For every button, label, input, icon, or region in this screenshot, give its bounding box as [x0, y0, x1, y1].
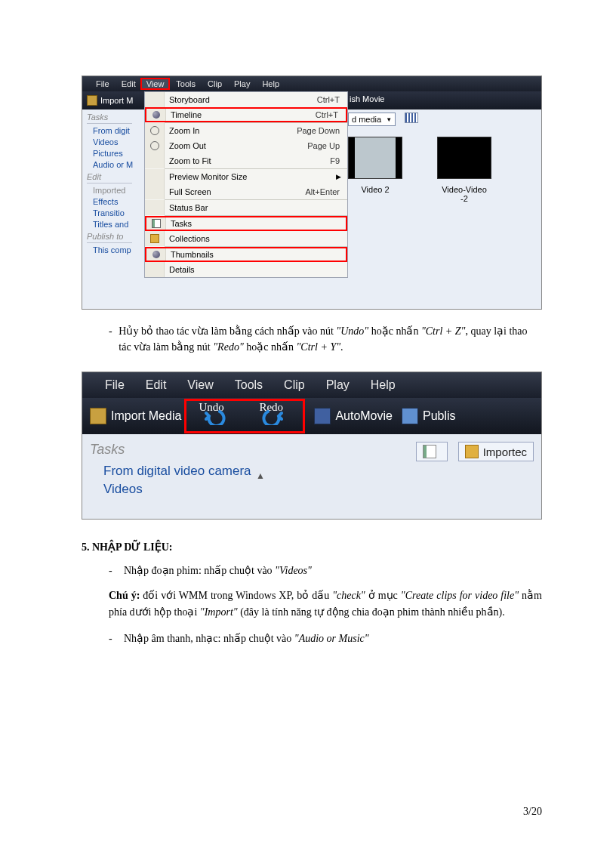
video-thumbnail[interactable]: Video 2 — [348, 137, 402, 203]
import-button[interactable]: Import M — [100, 96, 133, 105]
bullet-import-audio: - Nhập âm thanh, nhạc: nhấp chuột vào "A… — [109, 631, 542, 646]
thumbnail-caption: Video 2 — [348, 185, 402, 194]
link-videos[interactable]: Videos — [82, 479, 541, 497]
menu-item-zoom-out[interactable]: Zoom Out Page Up — [145, 138, 347, 153]
film-frame-icon — [348, 137, 402, 179]
section-edit: Edit — [82, 169, 144, 181]
thumbnail-caption: Video-Video -2 — [437, 185, 491, 203]
film-frame-icon — [437, 137, 491, 179]
bullet-icon — [152, 251, 160, 258]
folder-icon — [150, 234, 159, 243]
menu-file[interactable]: File — [90, 79, 116, 88]
tasks-view-button[interactable] — [416, 442, 448, 461]
collection-combo[interactable]: d media ▼ — [348, 113, 396, 126]
link-this-computer[interactable]: This comp — [82, 243, 144, 254]
chevron-down-icon: ▼ — [386, 116, 392, 123]
screenshot-view-menu: File Edit View Tools Clip Play Help Impo… — [82, 76, 542, 310]
menu-item-tasks[interactable]: Tasks — [145, 216, 347, 231]
menu-clip[interactable]: Clip — [202, 79, 228, 88]
link-videos[interactable]: Videos — [82, 135, 144, 146]
menu-view[interactable]: View — [177, 378, 223, 392]
bullet-import-video: - Nhập đoạn phim: nhấp chuột vào "Videos… — [109, 563, 542, 578]
undo-button[interactable] — [205, 409, 226, 428]
menu-play[interactable]: Play — [316, 378, 360, 392]
menu-tools[interactable]: Tools — [224, 378, 273, 392]
menu-clip[interactable]: Clip — [273, 378, 316, 392]
import-icon — [90, 408, 106, 424]
menu-tools[interactable]: Tools — [170, 79, 202, 88]
tasks-pane: Tasks From digit Videos Pictures Audio o… — [82, 109, 144, 254]
link-titles[interactable]: Titles and — [82, 217, 144, 229]
view-icon[interactable] — [405, 113, 418, 123]
menu-item-zoom-fit[interactable]: Zoom to Fit F9 — [145, 153, 347, 168]
magnifier-icon — [150, 126, 159, 135]
section-5-heading: 5. NHẬP DỮ LIỆU: — [82, 541, 542, 554]
menu-view[interactable]: View — [140, 78, 171, 90]
automovie-button[interactable]: AutoMovie — [335, 409, 393, 423]
link-effects[interactable]: Effects — [82, 195, 144, 206]
collapse-arrow-icon[interactable]: ▲ — [256, 470, 265, 481]
toolbar: Import Media Undo Redo AutoMovie Publis — [82, 398, 541, 434]
menu-item-storyboard[interactable]: Storyboard Ctrl+T — [145, 92, 347, 107]
section-publish: Publish to — [82, 229, 144, 241]
menubar: File Edit View Tools Clip Play Help — [82, 76, 541, 91]
note-paragraph: Chú ý: đối với WMM trong Windows XP, bỏ … — [109, 587, 542, 620]
menu-item-details[interactable]: Details — [145, 262, 347, 277]
video-thumbnail[interactable]: Video-Video -2 — [437, 137, 491, 203]
menu-file[interactable]: File — [94, 378, 135, 392]
undo-redo-highlight: Undo Redo — [184, 399, 305, 433]
bullet-icon — [152, 111, 160, 119]
link-transitions[interactable]: Transitio — [82, 206, 144, 217]
menu-item-statusbar[interactable]: Status Bar — [145, 200, 347, 215]
import-media-button[interactable]: Import Media — [111, 409, 181, 423]
imported-button[interactable]: Importec — [458, 442, 534, 461]
menu-edit[interactable]: Edit — [116, 79, 142, 88]
link-audio[interactable]: Audio or M — [82, 158, 144, 169]
import-icon — [87, 95, 97, 106]
redo-button[interactable] — [262, 409, 283, 428]
menu-play[interactable]: Play — [228, 79, 256, 88]
publish-button[interactable]: Publis — [423, 409, 456, 423]
magnifier-icon — [150, 141, 159, 150]
tasks-icon — [152, 219, 161, 228]
menu-edit[interactable]: Edit — [135, 378, 177, 392]
link-pictures[interactable]: Pictures — [82, 146, 144, 158]
undo-redo-description: - Hủy bỏ thao tác vừa làm bằng cách nhấp… — [109, 323, 542, 355]
menu-item-collections[interactable]: Collections — [145, 231, 347, 246]
menu-item-thumbnails[interactable]: Thumbnails — [145, 247, 347, 262]
menu-help[interactable]: Help — [256, 79, 285, 88]
menu-item-preview-size[interactable]: Preview Monitor Size ▶ — [145, 169, 347, 184]
tasks-icon — [423, 445, 436, 458]
screenshot-undo-redo: File Edit View Tools Clip Play Help Impo… — [82, 372, 542, 520]
menu-item-fullscreen[interactable]: Full Screen Alt+Enter — [145, 184, 347, 199]
page-number: 3/20 — [523, 806, 542, 818]
content-pane: d media ▼ Video 2 Video-Video -2 — [348, 109, 541, 203]
publish-fragment: ish Movie — [350, 94, 384, 103]
menu-item-timeline[interactable]: Timeline Ctrl+T — [145, 107, 347, 122]
publish-icon — [402, 408, 418, 424]
menu-item-zoom-in[interactable]: Zoom In Page Down — [145, 123, 347, 138]
link-imported[interactable]: Imported — [82, 183, 144, 195]
section-tasks: Tasks — [82, 109, 144, 122]
folder-icon — [465, 445, 479, 458]
view-dropdown: Storyboard Ctrl+T Timeline Ctrl+T Zoom I… — [144, 91, 348, 278]
menubar: File Edit View Tools Clip Play Help — [82, 372, 541, 398]
link-from-digital[interactable]: From digit — [82, 124, 144, 135]
menu-help[interactable]: Help — [360, 378, 406, 392]
submenu-arrow-icon: ▶ — [336, 173, 341, 180]
automovie-icon — [314, 408, 331, 424]
